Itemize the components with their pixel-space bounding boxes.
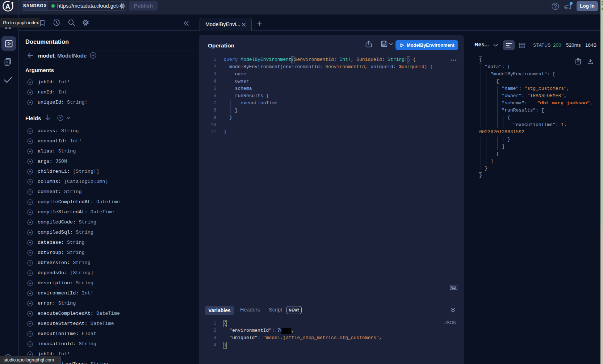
svg-text:A: A (5, 3, 10, 10)
